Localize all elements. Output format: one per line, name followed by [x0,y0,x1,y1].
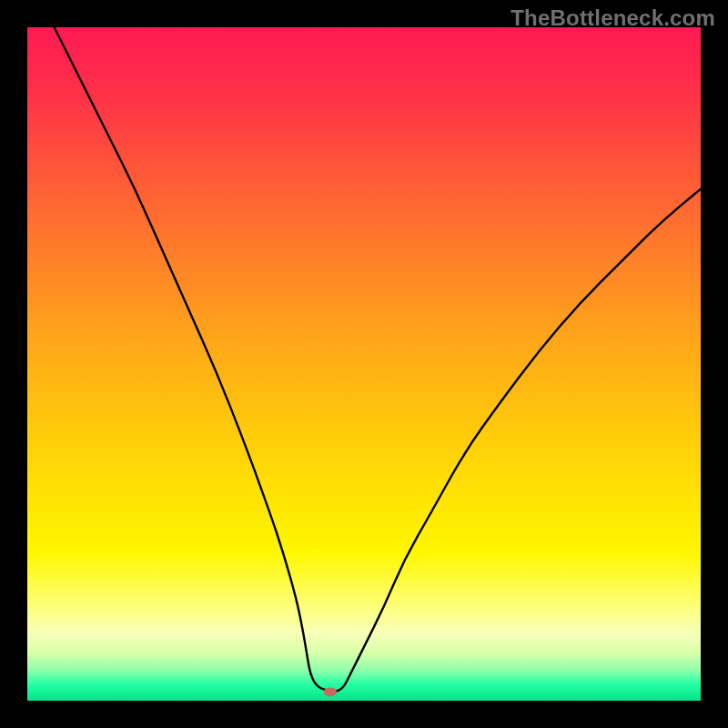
bottleneck-marker [324,687,337,696]
watermark-label: TheBottleneck.com [511,5,715,31]
bottleneck-chart [27,27,701,701]
chart-frame: TheBottleneck.com [0,0,728,728]
gradient-background [27,27,701,701]
